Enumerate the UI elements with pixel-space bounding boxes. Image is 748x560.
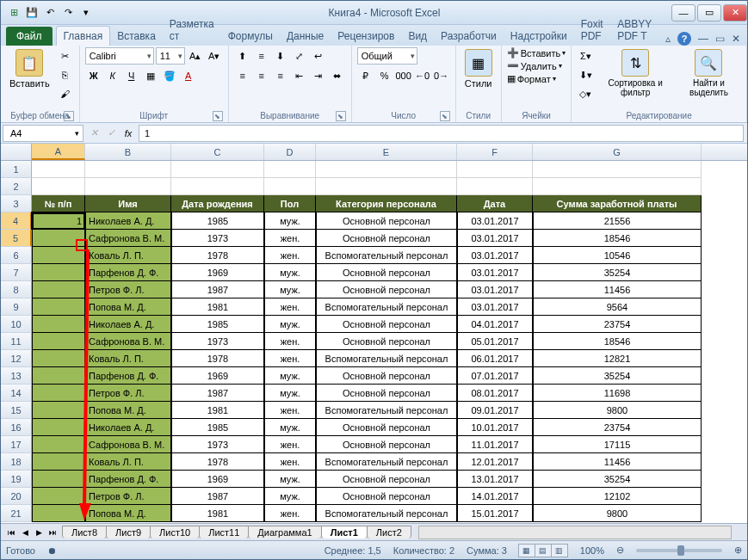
- row-header-14[interactable]: 14: [1, 385, 32, 402]
- maximize-button[interactable]: ▭: [697, 4, 721, 22]
- cell-G19[interactable]: 35254: [533, 471, 702, 488]
- cell-D17[interactable]: жен.: [264, 436, 316, 453]
- clear-icon[interactable]: ◇▾: [577, 85, 594, 102]
- cell-G1[interactable]: [533, 161, 702, 178]
- cell-E11[interactable]: Основной персонал: [316, 333, 457, 350]
- cell-G16[interactable]: 23754: [533, 419, 702, 436]
- column-header-D[interactable]: D: [264, 144, 316, 160]
- cell-F11[interactable]: 05.01.2017: [457, 333, 533, 350]
- sheet-tab-Диаграмма1[interactable]: Диаграмма1: [248, 526, 321, 538]
- cell-G14[interactable]: 11698: [533, 385, 702, 402]
- cell-E20[interactable]: Основной персонал: [316, 488, 457, 505]
- cell-F13[interactable]: 07.01.2017: [457, 367, 533, 385]
- cell-B14[interactable]: Петров Ф. Л.: [85, 385, 171, 402]
- format-cells-button[interactable]: ▦Формат▾: [507, 73, 566, 84]
- row-header-11[interactable]: 11: [1, 333, 32, 350]
- cell-G10[interactable]: 23754: [533, 316, 702, 333]
- cell-A10[interactable]: [32, 316, 85, 333]
- excel-icon[interactable]: ⊞: [6, 5, 22, 21]
- row-header-13[interactable]: 13: [1, 367, 32, 385]
- cell-E8[interactable]: Основной персонал: [316, 281, 457, 298]
- font-size-combo[interactable]: 11: [156, 47, 185, 65]
- cell-G21[interactable]: 9800: [533, 505, 702, 522]
- cell-C11[interactable]: 1973: [171, 333, 264, 350]
- cell-B15[interactable]: Попова М. Д.: [85, 402, 171, 419]
- cell-B2[interactable]: [85, 178, 171, 195]
- next-sheet-icon[interactable]: ▶: [32, 526, 46, 539]
- fill-icon[interactable]: ⬇▾: [577, 66, 594, 83]
- cell-A13[interactable]: [32, 367, 85, 385]
- cell-G7[interactable]: 35254: [533, 264, 702, 281]
- cell-C14[interactable]: 1987: [171, 385, 264, 402]
- cell-E21[interactable]: Вспомогательный персонал: [316, 505, 457, 522]
- cell-B3[interactable]: Имя: [85, 195, 171, 212]
- increase-decimal-icon[interactable]: ←0: [414, 67, 431, 84]
- row-header-7[interactable]: 7: [1, 264, 32, 281]
- cell-A1[interactable]: [32, 161, 85, 178]
- row-header-18[interactable]: 18: [1, 453, 32, 471]
- sheet-tab-Лист8[interactable]: Лист8: [62, 526, 107, 538]
- cell-D18[interactable]: жен.: [264, 453, 316, 471]
- column-header-F[interactable]: F: [457, 144, 533, 160]
- ribbon-tab-8[interactable]: Надстройки: [504, 27, 574, 46]
- cell-C1[interactable]: [171, 161, 264, 178]
- cell-E15[interactable]: Вспомогательный персонал: [316, 402, 457, 419]
- increase-indent-icon[interactable]: ⇥: [310, 67, 327, 84]
- cell-C4[interactable]: 1985: [171, 212, 264, 230]
- percent-icon[interactable]: %: [376, 67, 393, 84]
- bold-icon[interactable]: Ж: [85, 67, 102, 84]
- cell-B18[interactable]: Коваль Л. П.: [85, 453, 171, 471]
- cell-A18[interactable]: [32, 453, 85, 471]
- cell-F18[interactable]: 12.01.2017: [457, 453, 533, 471]
- font-color-icon[interactable]: A: [180, 67, 197, 84]
- cell-E12[interactable]: Вспомогательный персонал: [316, 350, 457, 367]
- decrease-decimal-icon[interactable]: 0→: [433, 67, 450, 84]
- cell-D9[interactable]: жен.: [264, 298, 316, 316]
- fx-icon[interactable]: fx: [120, 125, 137, 142]
- row-header-1[interactable]: 1: [1, 161, 32, 178]
- first-sheet-icon[interactable]: ⏮: [4, 526, 18, 539]
- macro-record-icon[interactable]: ⏺: [47, 545, 57, 556]
- cell-E6[interactable]: Вспомогательный персонал: [316, 247, 457, 264]
- cell-B4[interactable]: Николаев А. Д.: [85, 212, 171, 230]
- cell-B20[interactable]: Петров Ф. Л.: [85, 488, 171, 505]
- row-header-5[interactable]: 5: [1, 230, 32, 247]
- cell-C18[interactable]: 1978: [171, 453, 264, 471]
- cell-G5[interactable]: 18546: [533, 230, 702, 247]
- cell-F16[interactable]: 10.01.2017: [457, 419, 533, 436]
- paste-button[interactable]: 📋 Вставить: [6, 47, 53, 90]
- italic-icon[interactable]: К: [104, 67, 121, 84]
- cell-B16[interactable]: Николаев А. Д.: [85, 419, 171, 436]
- align-launcher[interactable]: ⬊: [336, 111, 346, 121]
- number-launcher[interactable]: ⬊: [440, 111, 450, 121]
- format-painter-icon[interactable]: 🖌: [57, 85, 74, 102]
- cell-F10[interactable]: 04.01.2017: [457, 316, 533, 333]
- styles-button[interactable]: ▦ Стили: [461, 47, 496, 90]
- help-icon[interactable]: ?: [677, 32, 691, 46]
- cell-B8[interactable]: Петров Ф. Л.: [85, 281, 171, 298]
- page-break-view-icon[interactable]: ▥: [551, 544, 568, 557]
- cell-F1[interactable]: [457, 161, 533, 178]
- ribbon-tab-5[interactable]: Рецензиров: [331, 27, 401, 46]
- cell-B13[interactable]: Парфенов Д. Ф.: [85, 367, 171, 385]
- align-middle-icon[interactable]: ≡: [253, 47, 270, 65]
- cell-A9[interactable]: [32, 298, 85, 316]
- cell-E13[interactable]: Основной персонал: [316, 367, 457, 385]
- cell-G3[interactable]: Сумма заработной платы: [533, 195, 702, 212]
- minimize-button[interactable]: —: [671, 4, 695, 22]
- row-header-17[interactable]: 17: [1, 436, 32, 453]
- name-box[interactable]: A4: [3, 125, 83, 142]
- sheet-tab-Лист1[interactable]: Лист1: [321, 526, 368, 538]
- cell-E9[interactable]: Вспомогательный персонал: [316, 298, 457, 316]
- row-header-12[interactable]: 12: [1, 350, 32, 367]
- cell-B1[interactable]: [85, 161, 171, 178]
- cut-icon[interactable]: ✂: [57, 47, 74, 65]
- row-header-10[interactable]: 10: [1, 316, 32, 333]
- cell-C12[interactable]: 1978: [171, 350, 264, 367]
- cell-E7[interactable]: Основной персонал: [316, 264, 457, 281]
- column-header-B[interactable]: B: [85, 144, 171, 160]
- ribbon-tab-1[interactable]: Вставка: [110, 27, 163, 46]
- cell-D7[interactable]: муж.: [264, 264, 316, 281]
- align-top-icon[interactable]: ⬆: [234, 47, 251, 65]
- cell-B11[interactable]: Сафронова В. М.: [85, 333, 171, 350]
